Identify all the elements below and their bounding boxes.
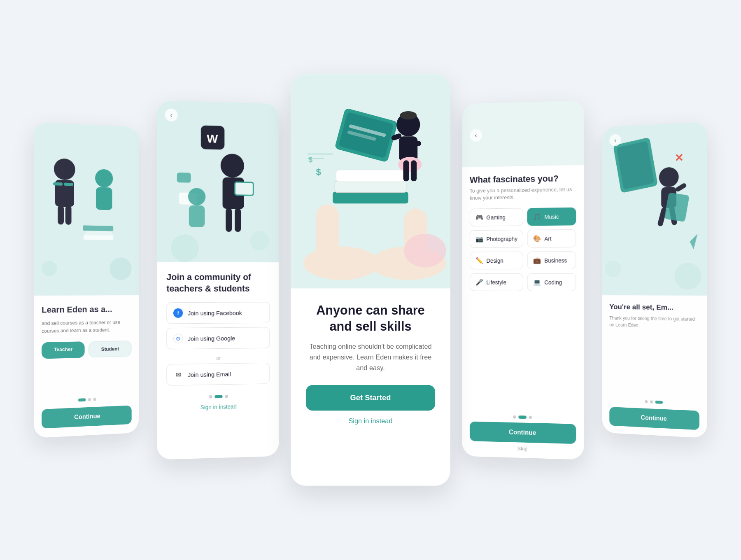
svg-rect-4 [64,183,73,186]
business-label: Business [544,257,567,264]
photography-icon: 📷 [475,236,483,243]
dot-1 [78,398,86,401]
far-left-illustration [34,122,139,296]
right-phone-top: ‹ [462,100,584,167]
sign-in-link-center[interactable]: Sign in instead [348,418,392,425]
sign-in-link-left[interactable]: Sign in instead [166,403,270,411]
student-role-card[interactable]: Student [89,341,132,358]
phone-right: ‹ What fascinates you? To give you a per… [462,100,584,460]
facebook-icon: f [173,308,183,318]
svg-rect-26 [189,205,205,227]
phone-far-right: ‹ ✕ [602,122,707,438]
teacher-label: Teacher [48,346,79,353]
facebook-button[interactable]: f Join using Facebook [166,302,270,324]
far-right-continue-button[interactable]: Continue [609,407,699,430]
email-button[interactable]: ✉ Join using Email [166,363,270,386]
svg-rect-6 [65,205,72,225]
lifestyle-icon: 🎤 [475,279,483,286]
center-description: Teaching online shouldn't be complicated… [306,341,435,373]
svg-point-46 [398,157,422,172]
student-label: Student [95,346,125,352]
lifestyle-label: Lifestyle [486,279,506,285]
far-left-body: Learn Eden as a... and sell courses as a… [34,295,139,438]
left-illustration: ‹ W [157,100,279,262]
svg-rect-8 [96,187,112,210]
svg-text:✕: ✕ [674,152,683,164]
back-button-left[interactable]: ‹ [165,108,178,121]
email-label: Join using Email [188,371,231,378]
far-right-illustration: ‹ ✕ [602,122,707,296]
svg-rect-3 [53,182,63,186]
svg-point-42 [400,111,417,119]
interest-music[interactable]: 🎵 Music [527,208,576,226]
back-button-right[interactable]: ‹ [470,129,482,142]
right-subtitle: To give you a personalized experience, l… [470,186,576,202]
dots-left [166,394,270,401]
center-main-title: Anyone can share and sell skills [306,302,435,335]
phone-left: ‹ W [157,100,279,460]
center-illustration: $ $ [291,74,450,288]
facebook-label: Join using Facebook [188,309,242,316]
dots-far-left [42,397,132,405]
svg-point-51 [404,234,446,268]
svg-rect-34 [333,192,408,204]
dot-r-1 [513,415,516,419]
left-phone-body: Join a community of teachers & students … [157,262,279,460]
svg-point-13 [42,261,57,276]
google-label: Join using Google [188,335,235,342]
interests-grid: 🎮 Gaming 🎵 Music 📷 Photography 🎨 Art ✏️ [470,208,576,291]
dots-right [470,414,576,420]
google-icon: G [173,334,183,343]
teacher-role-card[interactable]: Teacher [42,341,85,359]
far-left-title: Learn Eden as a... [42,304,132,315]
interest-art[interactable]: 🎨 Art [527,229,576,247]
interest-design[interactable]: ✏️ Design [470,252,523,269]
dot-r-3 [529,416,532,419]
skip-link[interactable]: Skip [470,444,576,453]
far-right-title: You're all set, Em... [609,303,699,312]
scene: Learn Eden as a... and sell courses as a… [0,0,741,560]
dot-fr-2 [650,400,653,404]
or-divider: or [166,355,270,362]
interest-lifestyle[interactable]: 🎤 Lifestyle [470,273,523,291]
interest-photography[interactable]: 📷 Photography [470,230,523,248]
center-body: Anyone can share and sell skills Teachin… [291,288,450,486]
dot-2 [88,398,91,401]
art-label: Art [544,236,551,242]
svg-point-27 [171,234,199,262]
dots-far-right [609,399,699,407]
design-label: Design [486,257,503,264]
right-continue-button[interactable]: Continue [470,421,576,444]
svg-rect-11 [83,225,113,231]
svg-rect-20 [235,183,253,195]
get-started-button[interactable]: Get Started [306,385,435,411]
music-label: Music [544,214,559,220]
svg-point-65 [674,263,701,289]
google-button[interactable]: G Join using Google [166,327,270,349]
svg-rect-5 [58,205,64,225]
music-icon: 🎵 [533,213,541,221]
svg-rect-21 [177,173,191,183]
design-icon: ✏️ [475,257,483,264]
svg-rect-35 [335,181,406,193]
photography-label: Photography [486,236,517,242]
dot-l-3 [225,395,228,398]
far-left-desc: and sell courses as a teacher or use cou… [42,318,132,334]
interest-gaming[interactable]: 🎮 Gaming [470,208,523,226]
svg-rect-36 [336,170,405,182]
svg-text:W: W [207,132,218,145]
gaming-label: Gaming [486,214,506,221]
dot-l-1 [209,395,212,399]
email-icon: ✉ [173,370,183,380]
svg-text:$: $ [316,167,321,177]
far-right-body: You're all set, Em... Thank you for taki… [602,295,707,438]
business-icon: 💼 [533,257,541,264]
svg-rect-48 [411,160,417,181]
far-left-continue-button[interactable]: Continue [42,405,132,428]
svg-point-30 [303,246,379,280]
interest-coding[interactable]: 💻 Coding [527,273,576,292]
phone-far-left: Learn Eden as a... and sell courses as a… [34,122,139,438]
right-title: What fascinates you? [470,173,576,185]
interest-business[interactable]: 💼 Business [527,252,576,270]
gaming-icon: 🎮 [475,214,483,221]
